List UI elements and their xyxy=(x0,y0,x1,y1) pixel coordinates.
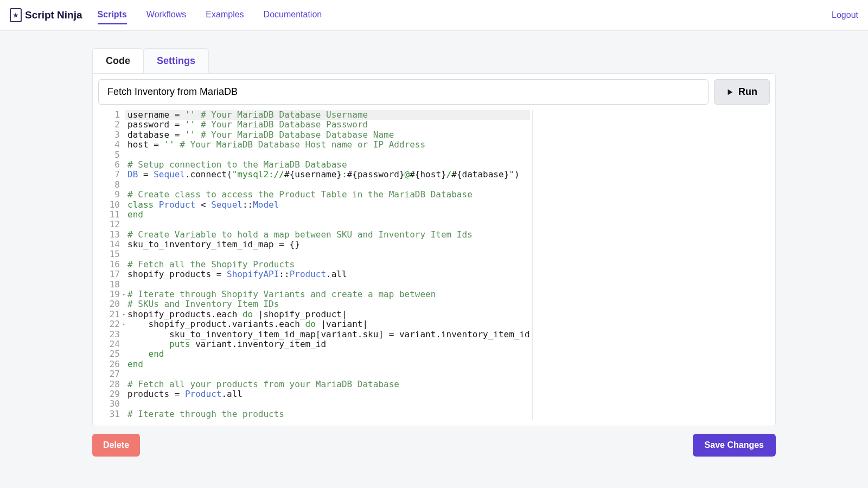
top-navbar: Script Ninja Scripts Workflows Examples … xyxy=(0,0,868,31)
output-pane xyxy=(533,110,770,420)
script-title-input[interactable] xyxy=(98,79,709,105)
line-gutter: 1234567891011121314151617181920212223242… xyxy=(98,110,125,420)
nav-scripts[interactable]: Scripts xyxy=(98,7,127,24)
brand-logo[interactable]: Script Ninja xyxy=(10,8,82,22)
tabs: Code Settings xyxy=(92,48,776,73)
save-changes-button[interactable]: Save Changes xyxy=(693,434,776,457)
play-icon xyxy=(726,88,734,96)
nav-examples[interactable]: Examples xyxy=(206,7,244,24)
title-row: Run xyxy=(98,79,770,110)
editor-panel: Run 123456789101112131415161718192021222… xyxy=(92,73,776,426)
logout-link[interactable]: Logout xyxy=(832,10,858,20)
editor-wrap: 1234567891011121314151617181920212223242… xyxy=(98,110,770,420)
brand-text: Script Ninja xyxy=(25,9,82,21)
page-container: Code Settings Run 1234567891011121314151… xyxy=(92,31,776,457)
run-label: Run xyxy=(738,86,757,98)
code-editor[interactable]: 1234567891011121314151617181920212223242… xyxy=(98,110,533,420)
code-area[interactable]: username = '' # Your MariaDB Database Us… xyxy=(125,110,532,420)
run-button[interactable]: Run xyxy=(714,79,770,105)
navbar-left: Script Ninja Scripts Workflows Examples … xyxy=(10,7,322,24)
nav-documentation[interactable]: Documentation xyxy=(264,7,322,24)
tab-settings[interactable]: Settings xyxy=(143,48,209,73)
tab-code[interactable]: Code xyxy=(92,48,144,73)
nav-items: Scripts Workflows Examples Documentation xyxy=(98,7,322,24)
footer-actions: Delete Save Changes xyxy=(92,426,776,457)
nav-workflows[interactable]: Workflows xyxy=(146,7,187,24)
ninja-icon xyxy=(10,8,22,22)
delete-button[interactable]: Delete xyxy=(92,434,140,457)
